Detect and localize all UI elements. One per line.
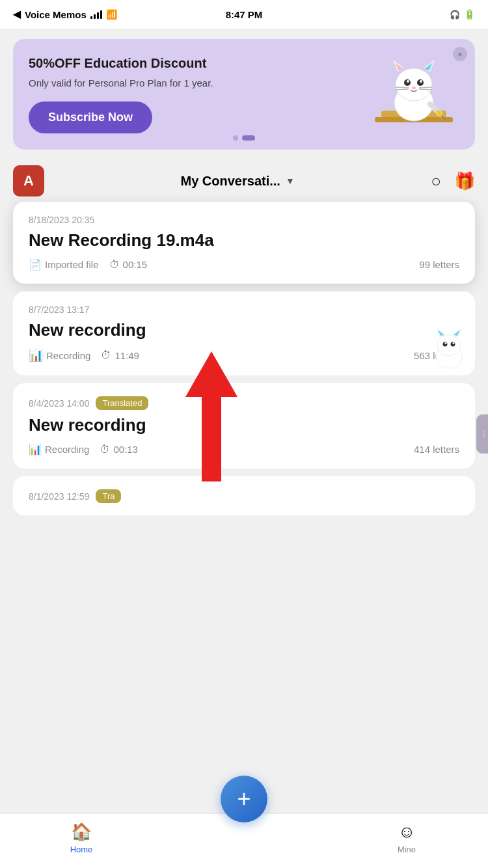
recording-date-1: 8/18/2023 20:35: [29, 215, 459, 225]
ad-title: 50%OFF Education Discount: [29, 56, 368, 71]
meta-type-2: 📊 Recording: [29, 348, 90, 362]
translated-badge-4: Tra: [96, 489, 121, 503]
battery-icon: 🔋: [464, 9, 475, 20]
svg-line-14: [396, 89, 409, 90]
waveform-icon-3: 📊: [29, 443, 42, 455]
time-display: 8:47 PM: [226, 9, 263, 20]
signal-bar-1: [90, 16, 92, 19]
recording-meta-1: 📄 Imported file ⏱ 00:15 99 letters: [29, 258, 459, 271]
recording-date-2: 8/7/2023 13:17: [29, 305, 459, 315]
recording-card-1[interactable]: 8/18/2023 20:35 New Recording 19.m4a 📄 I…: [13, 202, 475, 284]
ad-text: 50%OFF Education Discount Only valid for…: [29, 56, 368, 133]
svg-line-13: [396, 87, 409, 88]
svg-point-12: [412, 87, 416, 89]
meta-duration-1: ⏱ 00:15: [109, 259, 148, 271]
signal-bar-2: [94, 14, 96, 19]
recording-letters-1: 99 letters: [419, 259, 459, 270]
meta-type-3: 📊 Recording: [29, 443, 89, 455]
recording-title-1: New Recording 19.m4a: [29, 230, 459, 251]
recording-meta-3: 📊 Recording ⏱ 00:13 414 letters: [29, 443, 459, 455]
toolbar-icons: ○ 🎁: [431, 171, 475, 191]
toolbar-title-text: My Conversati...: [181, 174, 280, 189]
recording-list: 8/18/2023 20:35 New Recording 19.m4a 📄 I…: [0, 202, 488, 515]
signal-bars: [90, 10, 102, 19]
recording-title-2: New recording: [29, 320, 459, 340]
ad-banner: × 50%OFF Education Discount Only valid f…: [13, 39, 475, 150]
toolbar-title[interactable]: My Conversati... ▼: [181, 174, 295, 189]
toolbar: A My Conversati... ▼ ○ 🎁: [0, 160, 488, 202]
mine-icon: ☺: [398, 822, 416, 842]
ad-dots-indicator: [233, 135, 255, 141]
meta-type-1: 📄 Imported file: [29, 258, 99, 271]
status-left: ◀ Voice Memos 📶: [13, 8, 117, 20]
subscribe-now-button[interactable]: Subscribe Now: [29, 102, 152, 133]
ad-mascot: [368, 52, 459, 137]
dot-2: [242, 135, 255, 141]
dropdown-arrow-icon: ▼: [286, 176, 295, 186]
search-icon[interactable]: ○: [431, 171, 441, 191]
recording-meta-2: 📊 Recording ⏱ 11:49 563 letters: [29, 348, 459, 362]
toolbar-avatar[interactable]: A: [13, 165, 44, 197]
nav-item-home[interactable]: 🏠 Home: [49, 822, 114, 854]
svg-point-28: [445, 342, 447, 344]
clock-icon-1: ⏱: [109, 259, 120, 271]
recording-card-2[interactable]: 8/7/2023 13:17 New recording 📊 Recording…: [13, 292, 475, 375]
svg-line-15: [419, 87, 432, 88]
recording-letters-3: 414 letters: [414, 444, 459, 455]
waveform-icon-2: 📊: [29, 348, 43, 362]
nav-item-mine[interactable]: ☺ Mine: [374, 822, 439, 854]
svg-line-16: [419, 89, 432, 90]
svg-point-10: [407, 80, 409, 83]
svg-point-27: [451, 342, 455, 347]
signal-bar-4: [100, 10, 102, 19]
side-handle[interactable]: 〈: [476, 414, 488, 454]
mascot-cat-svg: [368, 52, 459, 137]
meta-duration-2: ⏱ 11:49: [101, 349, 139, 361]
translated-badge-3: Translated: [96, 396, 148, 410]
status-bar: ◀ Voice Memos 📶 8:47 PM 🎧 🔋: [0, 0, 488, 29]
back-arrow-icon: ◀: [13, 8, 21, 20]
carrier-label: Voice Memos: [25, 9, 87, 20]
wifi-icon: 📶: [106, 9, 117, 20]
clock-icon-3: ⏱: [100, 444, 110, 455]
meta-duration-3: ⏱ 00:13: [100, 444, 138, 455]
dot-1: [233, 135, 238, 141]
add-recording-button[interactable]: +: [221, 776, 267, 822]
fab-container: +: [221, 776, 267, 822]
headphone-icon: 🎧: [450, 10, 460, 20]
recording-card-3[interactable]: 8/4/2023 14:00 Translated New recording …: [13, 383, 475, 468]
file-icon: 📄: [29, 258, 42, 271]
ad-subtitle: Only valid for Personal Pro Plan for 1 y…: [29, 76, 368, 90]
recording-letters-2: 563 letters: [414, 350, 459, 361]
recording-date-3: 8/4/2023 14:00 Translated: [29, 396, 459, 410]
status-right: 🎧 🔋: [450, 9, 475, 20]
home-icon: 🏠: [71, 822, 92, 842]
recording-date-4: 8/1/2023 12:59 Tra: [29, 489, 459, 503]
nav-label-home: Home: [70, 845, 93, 854]
clock-icon-2: ⏱: [101, 349, 111, 361]
recording-meta-left-3: 📊 Recording ⏱ 00:13: [29, 443, 138, 455]
svg-point-3: [396, 68, 432, 101]
recording-title-3: New recording: [29, 415, 459, 435]
svg-point-11: [420, 80, 422, 83]
svg-point-29: [453, 342, 455, 344]
recording-meta-left-2: 📊 Recording ⏱ 11:49: [29, 348, 139, 362]
nav-label-mine: Mine: [398, 845, 416, 854]
recording-card-4[interactable]: 8/1/2023 12:59 Tra: [13, 476, 475, 515]
svg-point-26: [443, 342, 448, 347]
signal-bar-3: [97, 12, 99, 19]
recording-meta-left-1: 📄 Imported file ⏱ 00:15: [29, 258, 147, 271]
gift-icon[interactable]: 🎁: [454, 171, 475, 191]
